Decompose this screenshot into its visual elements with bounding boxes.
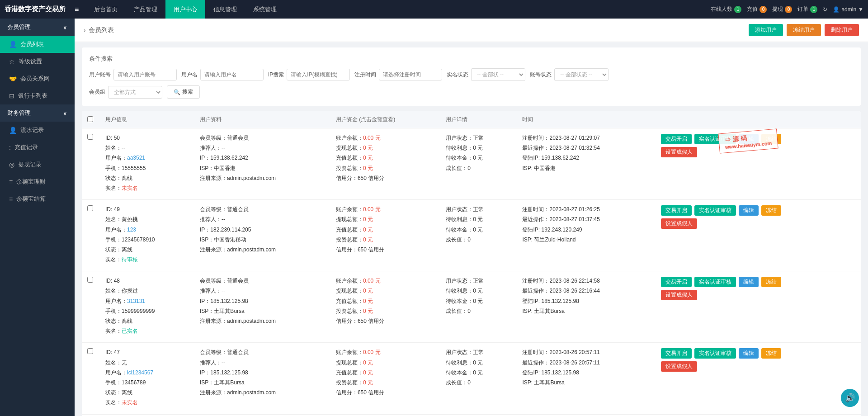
realname-badge: 未实名 (122, 185, 138, 191)
sidebar-item-member-network[interactable]: 🤝 会员关系网 (0, 70, 75, 87)
freeze-button[interactable]: 冻结 (761, 277, 781, 287)
register-time: 注册时间：2023-08-26 22:14:58 (522, 277, 650, 285)
balance[interactable]: 账户余额：0.00 元 (336, 277, 435, 285)
trade-open-button[interactable]: 交易开启 (661, 348, 692, 359)
admin-menu[interactable]: 👤 admin ▼ (833, 6, 863, 13)
realname-verify-button[interactable]: 实名认证审核 (694, 134, 736, 144)
investment-total: 投资总额：0 元 (336, 307, 435, 316)
username-link[interactable]: 123 (127, 227, 136, 233)
row-checkbox-3[interactable] (87, 348, 93, 354)
row-checkbox-1[interactable] (87, 205, 93, 211)
login-ip: IP：185.132.125.98 (200, 369, 325, 377)
username-link[interactable]: 313131 (127, 298, 145, 304)
account-status-select[interactable]: -- 全部状态 -- (554, 68, 609, 81)
account-search-input[interactable] (113, 69, 177, 80)
set-fake-button[interactable]: 设置成假人 (661, 147, 697, 157)
row-checkbox-0[interactable] (87, 134, 93, 140)
select-all-checkbox[interactable] (87, 116, 93, 122)
edit-button[interactable]: 编辑 (739, 277, 759, 287)
freeze-button[interactable]: 冻结 (761, 205, 781, 216)
action-row-1: 交易开启 实名认证审核 编辑 冻结 (661, 205, 855, 216)
sidebar-item-recharge-records[interactable]: : 充值记录 (0, 139, 75, 156)
trade-open-button[interactable]: 交易开启 (661, 277, 692, 287)
investment-value: 0 元 (363, 165, 373, 171)
sidebar-section-finance: 财务管理 ∨ 👤 流水记录 : 充值记录 ◎ 提现记录 ≡ 余额宝理财 ≡ 余额… (0, 104, 75, 208)
user-funds-cell: 账户余额：0.00 元 提现总额：0 元 充值总额：0 元 投资总额：0 元 信… (330, 128, 440, 200)
set-fake-button[interactable]: 设置成假人 (661, 290, 697, 300)
withdrawal-records-icon: ◎ (9, 161, 14, 168)
username-search-label: 用户名 (181, 71, 198, 79)
sidebar-header-finance[interactable]: 财务管理 ∨ (0, 104, 75, 122)
nav-item-dashboard[interactable]: 后台首页 (86, 0, 126, 19)
nav-item-info[interactable]: 信息管理 (205, 0, 245, 19)
search-panel: 条件搜索 用户账号 用户名 IP搜索 注册时间 (82, 47, 861, 106)
set-fake-button[interactable]: 设置成假人 (661, 361, 697, 372)
menu-toggle-icon[interactable]: ≡ (75, 5, 79, 14)
user-phone: 手机：15999999999 (105, 307, 189, 316)
set-fake-button[interactable]: 设置成假人 (661, 218, 697, 229)
recharge-total: 充值总额：0 元 (336, 297, 435, 306)
sidebar-item-yuebao-settlement[interactable]: ≡ 余额宝结算 (0, 190, 75, 208)
withdrawal-value: 0 元 (363, 216, 373, 222)
time-cell: 注册时间：2023-08-26 22:14:58 最近操作：2023-08-26… (517, 271, 655, 343)
realname-verify-button[interactable]: 实名认证审核 (694, 205, 736, 216)
nav-item-system[interactable]: 系统管理 (245, 0, 285, 19)
freeze-button[interactable]: 冻结 (761, 348, 781, 359)
realname-verify-button[interactable]: 实名认证审核 (694, 277, 736, 287)
user-id: ID: 49 (105, 205, 189, 214)
realname-verify-button[interactable]: 实名认证审核 (694, 348, 736, 359)
delete-user-button[interactable]: 删除用户 (825, 24, 859, 36)
balance[interactable]: 账户余额：0.00 元 (336, 348, 435, 357)
sidebar-item-bank-cards[interactable]: ⊟ 银行卡列表 (0, 87, 75, 104)
actions-cell: 交易开启 实名认证审核 编辑 冻结 设置成假人 (656, 271, 861, 343)
sidebar-header-members[interactable]: 会员管理 ∨ (0, 19, 75, 36)
nav-item-products[interactable]: 产品管理 (126, 0, 165, 19)
header-actions (656, 111, 861, 128)
trade-open-button[interactable]: 交易开启 (661, 134, 692, 144)
refresh-button[interactable]: ↻ (823, 6, 827, 13)
search-row-1: 用户账号 用户名 IP搜索 注册时间 实名状态 (89, 68, 854, 81)
realname-badge: 已实名 (122, 328, 138, 334)
edit-button[interactable]: 编辑 (739, 348, 759, 359)
register-time: 注册时间：2023-08-26 20:57:11 (522, 348, 650, 357)
investment-total: 投资总额：0 元 (336, 378, 435, 387)
add-user-button[interactable]: 添加用户 (749, 24, 783, 36)
table-row: ID: 50 姓名：-- 用户名：aa3521 手机：15555555 状态：离… (82, 128, 861, 200)
freeze-user-button[interactable]: 冻结用户 (787, 24, 821, 36)
register-source: 注册来源：admin.postadm.com (200, 317, 325, 326)
credit-score: 信用分：650 信用分 (336, 174, 435, 183)
sidebar-item-withdrawal-records[interactable]: ◎ 提现记录 (0, 156, 75, 173)
page-header-actions: 添加用户 冻结用户 删除用户 (749, 24, 859, 36)
sidebar-item-member-list[interactable]: 👤 会员列表 (0, 36, 75, 53)
search-button[interactable]: 🔍 搜索 (167, 85, 200, 99)
sidebar-item-level-settings[interactable]: ☆ 等级设置 (0, 53, 75, 70)
balance[interactable]: 账户余额：0.00 元 (336, 205, 435, 214)
username-search-input[interactable] (200, 69, 264, 80)
username-link[interactable]: aa3521 (127, 155, 145, 161)
admin-icon: 👤 (833, 6, 840, 13)
row-checkbox-2[interactable] (87, 277, 93, 283)
login-ip-detail: 登陆IP: 159.138.62.242 (522, 154, 650, 162)
sidebar-item-yuebao-finance[interactable]: ≡ 余额宝理财 (0, 173, 75, 190)
edit-button[interactable]: 编辑 (739, 134, 759, 144)
balance[interactable]: 账户余额：0.00 元 (336, 134, 435, 142)
register-source: 注册来源：admin.postadm.com (200, 388, 325, 397)
sidebar-item-flow-records[interactable]: 👤 流水记录 (0, 122, 75, 139)
recharge-value: 0 元 (363, 227, 373, 233)
account-status-label: 账号状态 (530, 71, 552, 79)
user-status-detail: 用户状态：正常 (446, 134, 511, 142)
member-group-select[interactable]: 全部方式 (108, 86, 162, 99)
register-time-input[interactable] (379, 69, 442, 80)
speaker-button[interactable]: 🔊 (841, 389, 859, 407)
trade-open-button[interactable]: 交易开启 (661, 205, 692, 216)
edit-button[interactable]: 编辑 (739, 205, 759, 216)
admin-dropdown-icon: ▼ (858, 6, 863, 13)
action-row-1: 交易开启 实名认证审核 编辑 冻结 (661, 134, 855, 144)
realname-status-select[interactable]: -- 全部状 -- (471, 68, 525, 81)
freeze-button[interactable]: 冻结 (761, 134, 781, 144)
ip-search-input[interactable] (287, 69, 350, 80)
balance-value: 0.00 元 (363, 278, 381, 284)
nav-item-users[interactable]: 用户中心 (165, 0, 205, 19)
username-link[interactable]: lcl1234567 (127, 369, 153, 376)
last-op-time: 最近操作：2023-08-27 01:32:54 (522, 144, 650, 152)
